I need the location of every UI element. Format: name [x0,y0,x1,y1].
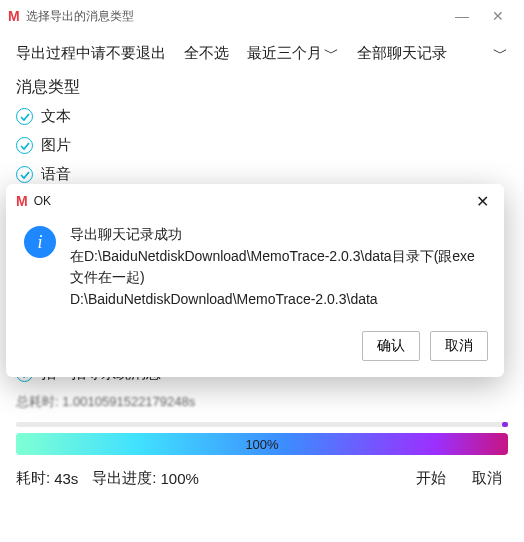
dialog-line1: 导出聊天记录成功 [70,224,486,246]
titlebar: M 选择导出的消息类型 — ✕ [0,0,524,32]
progress-value: 100% [161,470,199,487]
success-dialog: M OK ✕ i 导出聊天记录成功 在D:\BaiduNetdiskDownlo… [6,184,504,377]
progress-percent: 100% [245,437,278,452]
progress-area: 100% [0,422,524,455]
app-icon: M [16,193,28,209]
check-icon [16,137,33,154]
dialog-message: 导出聊天记录成功 在D:\BaiduNetdiskDownload\MemoTr… [70,224,486,311]
export-warning: 导出过程中请不要退出 [16,44,166,63]
dialog-cancel-button[interactable]: 取消 [430,331,488,361]
minimize-button[interactable]: — [444,8,480,24]
deselect-all-button[interactable]: 全不选 [184,44,229,63]
info-icon: i [24,226,56,258]
dialog-line2: 在D:\BaiduNetdiskDownload\MemoTrace-2.0.3… [70,246,486,289]
elapsed-label: 耗时: [16,469,50,488]
cancel-button[interactable]: 取消 [466,465,508,492]
hidden-total-line: 总耗时: 1.0010591522179248s [16,388,508,416]
option-text[interactable]: 文本 [16,102,508,131]
elapsed-value: 43s [54,470,78,487]
footer: 耗时: 43s 导出进度: 100% 开始 取消 [0,455,524,502]
dialog-close-button[interactable]: ✕ [470,192,494,211]
chevron-down-icon[interactable]: ﹀ [493,44,508,63]
progress-thin [16,422,508,427]
start-button[interactable]: 开始 [410,465,452,492]
check-icon [16,166,33,183]
progress-label: 导出进度: [92,469,156,488]
option-label: 文本 [41,107,71,126]
app-icon: M [8,8,20,24]
dialog-title: OK [34,194,470,208]
option-image[interactable]: 图片 [16,131,508,160]
window-title: 选择导出的消息类型 [26,8,444,25]
option-label: 语音 [41,165,71,184]
check-icon [16,108,33,125]
progress-bar: 100% [16,433,508,455]
option-label: 图片 [41,136,71,155]
section-title: 消息类型 [0,71,524,102]
scope-label: 全部聊天记录 [357,44,447,63]
toolbar: 导出过程中请不要退出 全不选 最近三个月﹀ 全部聊天记录 ﹀ [0,32,524,71]
dialog-line3: D:\BaiduNetdiskDownload\MemoTrace-2.0.3\… [70,289,486,311]
dialog-titlebar: M OK ✕ [6,184,504,218]
close-button[interactable]: ✕ [480,8,516,24]
confirm-button[interactable]: 确认 [362,331,420,361]
time-range-dropdown[interactable]: 最近三个月﹀ [247,44,339,63]
chevron-down-icon: ﹀ [324,44,339,61]
